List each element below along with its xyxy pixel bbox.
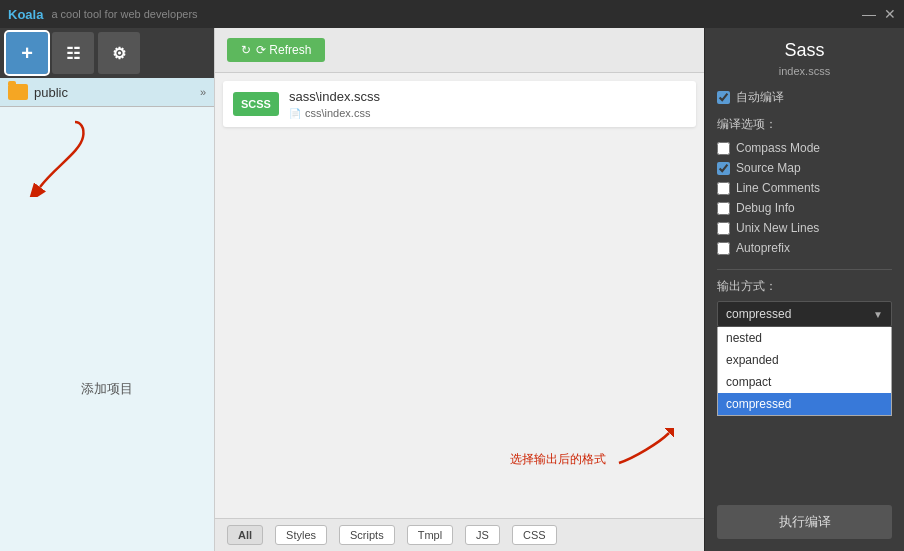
auto-compile-row: 自动编译 xyxy=(717,89,892,106)
title-bar: Koala a cool tool for web developers — ✕ xyxy=(0,0,904,28)
filter-all-button[interactable]: All xyxy=(227,525,263,545)
folder-name: public xyxy=(34,85,68,100)
right-panel: Sass index.scss 自动编译 编译选项： Compass Mode … xyxy=(704,28,904,551)
filter-js-button[interactable]: JS xyxy=(465,525,500,545)
line-comments-row: Line Comments xyxy=(717,181,892,195)
dropdown-options: nested expanded compact compressed xyxy=(717,327,892,416)
file-name: sass\index.scss xyxy=(289,89,380,104)
file-list: SCSS sass\index.scss 📄 css\index.css xyxy=(215,73,704,304)
scss-badge: SCSS xyxy=(233,92,279,116)
settings-button[interactable]: ⚙ xyxy=(98,32,140,74)
annotation-container: 选择输出后的格式 xyxy=(510,428,674,468)
expand-icon: » xyxy=(200,86,206,98)
close-button[interactable]: ✕ xyxy=(884,7,896,21)
file-manager-button[interactable]: ☷ xyxy=(52,32,94,74)
annotation-area: 选择输出后的格式 xyxy=(215,304,704,519)
filter-styles-button[interactable]: Styles xyxy=(275,525,327,545)
compile-options-label: 编译选项： xyxy=(717,116,892,133)
file-output: 📄 css\index.css xyxy=(289,107,380,119)
center-toolbar: ↻ ⟳ Refresh xyxy=(215,28,704,73)
gear-icon: ⚙ xyxy=(112,44,126,63)
debug-info-checkbox[interactable] xyxy=(717,202,730,215)
autoprefix-row: Autoprefix xyxy=(717,241,892,255)
app-name: Koala xyxy=(8,7,43,22)
option-compact[interactable]: compact xyxy=(718,371,891,393)
chevron-down-icon: ▼ xyxy=(873,309,883,320)
minimize-button[interactable]: — xyxy=(862,7,876,21)
add-project-arrow xyxy=(25,117,95,197)
unix-new-lines-row: Unix New Lines xyxy=(717,221,892,235)
compass-label: Compass Mode xyxy=(736,141,820,155)
file-info: sass\index.scss 📄 css\index.css xyxy=(289,89,380,119)
sidebar-toolbar: + ☷ ⚙ xyxy=(0,28,214,78)
debug-info-label: Debug Info xyxy=(736,201,795,215)
unix-new-lines-checkbox[interactable] xyxy=(717,222,730,235)
filter-css-button[interactable]: CSS xyxy=(512,525,557,545)
folder-item[interactable]: public » xyxy=(0,78,214,107)
autoprefix-checkbox[interactable] xyxy=(717,242,730,255)
compass-checkbox[interactable] xyxy=(717,142,730,155)
plus-icon: + xyxy=(21,42,33,65)
output-format-label: 输出方式： xyxy=(717,278,892,295)
refresh-label: ⟳ Refresh xyxy=(256,43,311,57)
option-compressed[interactable]: compressed xyxy=(718,393,891,415)
folder-left: public xyxy=(8,84,68,100)
annotation-arrow-2 xyxy=(614,428,674,468)
output-icon: 📄 xyxy=(289,108,301,119)
file-icon: ☷ xyxy=(66,44,80,63)
unix-new-lines-label: Unix New Lines xyxy=(736,221,819,235)
sidebar: + ☷ ⚙ public » xyxy=(0,28,215,551)
file-output-path: css\index.css xyxy=(305,107,370,119)
right-panel-subtitle: index.scss xyxy=(717,65,892,77)
debug-info-row: Debug Info xyxy=(717,201,892,215)
filter-scripts-button[interactable]: Scripts xyxy=(339,525,395,545)
auto-compile-checkbox[interactable] xyxy=(717,91,730,104)
add-project-label: 添加项目 xyxy=(81,380,133,398)
file-item[interactable]: SCSS sass\index.scss 📄 css\index.css xyxy=(223,81,696,127)
section-divider xyxy=(717,269,892,270)
folder-icon xyxy=(8,84,28,100)
select-format-label: 选择输出后的格式 xyxy=(510,451,606,468)
refresh-button[interactable]: ↻ ⟳ Refresh xyxy=(227,38,325,62)
center-footer: All Styles Scripts Tmpl JS CSS xyxy=(215,518,704,551)
compass-mode-row: Compass Mode xyxy=(717,141,892,155)
app-subtitle: a cool tool for web developers xyxy=(51,8,197,20)
dropdown-selected[interactable]: compressed ▼ xyxy=(717,301,892,327)
autoprefix-label: Autoprefix xyxy=(736,241,790,255)
right-panel-title: Sass xyxy=(717,40,892,61)
sidebar-content: 添加项目 xyxy=(0,107,214,551)
line-comments-label: Line Comments xyxy=(736,181,820,195)
source-map-checkbox[interactable] xyxy=(717,162,730,175)
refresh-icon: ↻ xyxy=(241,43,251,57)
add-project-button[interactable]: + xyxy=(6,32,48,74)
line-comments-checkbox[interactable] xyxy=(717,182,730,195)
option-expanded[interactable]: expanded xyxy=(718,349,891,371)
title-bar-left: Koala a cool tool for web developers xyxy=(8,7,198,22)
main-layout: + ☷ ⚙ public » xyxy=(0,28,904,551)
option-nested[interactable]: nested xyxy=(718,327,891,349)
output-format-dropdown[interactable]: compressed ▼ nested expanded compact com… xyxy=(717,301,892,327)
source-map-label: Source Map xyxy=(736,161,801,175)
compile-button[interactable]: 执行编译 xyxy=(717,505,892,539)
dropdown-value: compressed xyxy=(726,307,791,321)
source-map-row: Source Map xyxy=(717,161,892,175)
title-bar-controls: — ✕ xyxy=(862,7,896,21)
center-panel: ↻ ⟳ Refresh SCSS sass\index.scss 📄 css\i… xyxy=(215,28,704,551)
filter-tmpl-button[interactable]: Tmpl xyxy=(407,525,453,545)
auto-compile-label: 自动编译 xyxy=(736,89,784,106)
